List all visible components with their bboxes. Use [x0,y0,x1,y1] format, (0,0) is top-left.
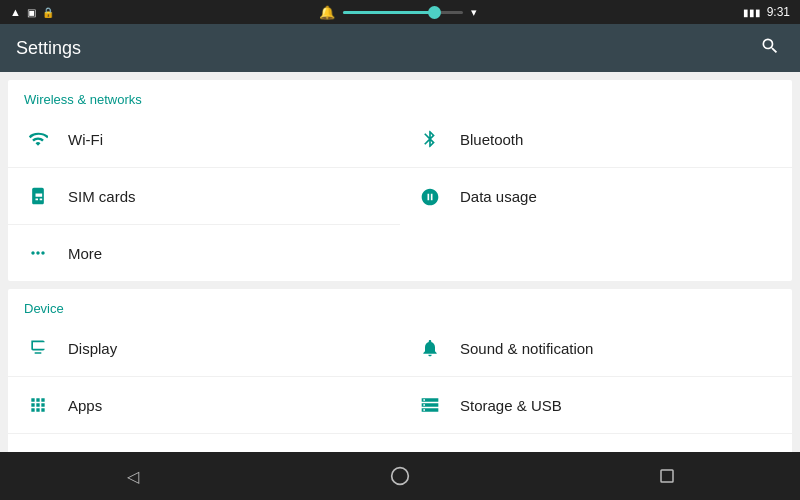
setting-simcards[interactable]: SIM cards [8,168,400,225]
bottom-nav: ◁ [0,452,800,500]
section-header-device: Device [8,289,792,320]
recents-button[interactable] [647,456,687,496]
lock-status-icon: 🔒 [42,7,54,18]
datausage-label: Data usage [460,188,537,205]
status-bar-center: 🔔 ▾ [319,5,477,20]
home-button[interactable] [380,456,420,496]
setting-datausage[interactable]: Data usage [400,168,792,225]
bluetooth-label: Bluetooth [460,131,523,148]
toolbar: Settings [0,24,800,72]
setting-more[interactable]: More [8,225,400,281]
search-button[interactable] [756,32,784,65]
apps-label: Apps [68,397,102,414]
svg-point-0 [392,468,409,485]
wifi-status-icon: ▲ [10,6,21,18]
storage-icon [416,391,444,419]
status-time: 9:31 [767,5,790,19]
setting-storage[interactable]: Storage & USB [400,377,792,434]
status-bar: ▲ ▣ 🔒 🔔 ▾ ▮▮▮ 9:31 [0,0,800,24]
wifi-label: Wi-Fi [68,131,103,148]
volume-slider-fill [343,11,433,14]
status-bar-left: ▲ ▣ 🔒 [10,6,54,18]
display-label: Display [68,340,117,357]
setting-bluetooth[interactable]: Bluetooth [400,111,792,168]
wireless-grid: Wi-Fi Bluetooth SIM cards [8,111,792,281]
more-label: More [68,245,102,262]
wifi-icon [24,125,52,153]
bluetooth-icon [416,125,444,153]
setting-wifi[interactable]: Wi-Fi [8,111,400,168]
volume-slider-thumb [428,6,441,19]
volume-slider[interactable] [343,11,463,14]
simcards-label: SIM cards [68,188,136,205]
display-icon [24,334,52,362]
setting-sound[interactable]: Sound & notification [400,320,792,377]
setting-apps[interactable]: Apps [8,377,400,434]
more-icon [24,239,52,267]
section-wireless: Wireless & networks Wi-Fi Bluetooth [8,80,792,281]
toolbar-title: Settings [16,38,81,59]
setting-display[interactable]: Display [8,320,400,377]
section-header-wireless: Wireless & networks [8,80,792,111]
apps-icon [24,391,52,419]
battery-status-icon: ▮▮▮ [743,7,761,18]
search-icon [760,36,780,56]
sound-label: Sound & notification [460,340,593,357]
bell-icon: 🔔 [319,5,335,20]
sound-icon [416,334,444,362]
volume-chevron-icon[interactable]: ▾ [471,6,477,19]
datausage-icon [416,183,444,211]
storage-label: Storage & USB [460,397,562,414]
back-button[interactable]: ◁ [113,456,153,496]
svg-rect-1 [661,470,673,482]
status-bar-right: ▮▮▮ 9:31 [743,5,790,19]
settings-content: Wireless & networks Wi-Fi Bluetooth [0,72,800,500]
sim-status-icon: ▣ [27,7,36,18]
simcards-icon [24,182,52,210]
